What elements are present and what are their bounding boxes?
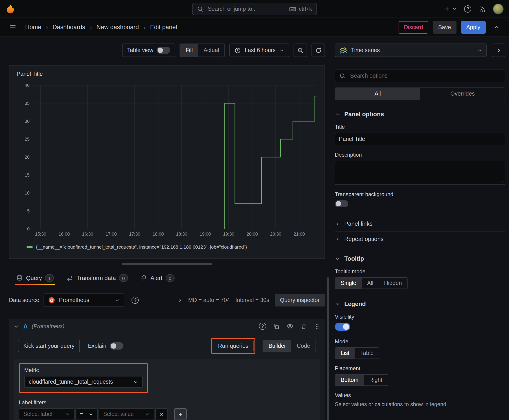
builder-code-toggle: Builder Code — [263, 340, 316, 352]
options-search-input[interactable] — [349, 72, 501, 79]
scrollbar-thumb[interactable] — [327, 277, 329, 420]
datasource-label: Data source — [9, 297, 39, 303]
apply-button[interactable]: Apply — [461, 21, 486, 33]
explain-toggle[interactable] — [110, 342, 123, 350]
breadcrumb-new-dashboard[interactable]: New dashboard — [97, 24, 139, 30]
builder-mode-option[interactable]: Builder — [263, 340, 291, 352]
query-toolbar: Kick start your query Explain Run querie… — [9, 334, 325, 358]
chevron-down-icon — [133, 379, 138, 384]
explain-label: Explain — [88, 343, 106, 349]
series-label: {__name__="cloudflared_tunnel_total_requ… — [36, 244, 247, 249]
chevron-right-icon — [496, 47, 501, 53]
fill-option[interactable]: Fill — [180, 44, 198, 57]
all-options-tab[interactable]: All — [335, 88, 420, 100]
visualization-picker[interactable]: Time series — [335, 44, 486, 57]
code-mode-option[interactable]: Code — [291, 340, 316, 352]
options-filter-tabs: All Overrides — [335, 88, 505, 100]
chevron-right-icon — [335, 236, 340, 241]
transparent-background-toggle[interactable] — [335, 200, 348, 207]
news-button[interactable] — [479, 5, 486, 12]
tooltip-hidden-option[interactable]: Hidden — [379, 278, 407, 289]
legend-placement-right-option[interactable]: Right — [364, 375, 387, 385]
tab-alert[interactable]: Alert 0 — [140, 270, 175, 285]
query-help-icon[interactable]: ? — [259, 323, 266, 330]
user-avatar[interactable] — [493, 3, 504, 14]
refresh-icon — [315, 47, 322, 54]
save-button[interactable]: Save — [433, 21, 456, 33]
panel-links-section[interactable]: Panel links — [335, 216, 505, 231]
time-range-picker[interactable]: Last 6 hours — [229, 44, 289, 57]
tooltip-single-option[interactable]: Single — [335, 278, 362, 289]
panel-title[interactable]: Panel Title — [15, 69, 319, 79]
panel-description-input[interactable] — [335, 161, 505, 185]
global-search-input[interactable] — [207, 5, 285, 12]
datasource-picker[interactable]: Prometheus — [44, 293, 125, 307]
query-inspector-button[interactable]: Query inspector — [275, 294, 325, 307]
svg-text:20: 20 — [25, 155, 30, 159]
breadcrumb-dashboards[interactable]: Dashboards — [53, 24, 85, 30]
discard-button[interactable]: Discard — [399, 21, 428, 33]
help-button[interactable]: ? — [464, 5, 471, 12]
legend-mode-list-option[interactable]: List — [335, 348, 355, 359]
panel-title-input[interactable] — [335, 133, 505, 145]
breadcrumb-home[interactable]: Home — [25, 24, 41, 30]
pane-resize-handle[interactable] — [122, 263, 212, 265]
toggle-visibility-icon[interactable] — [286, 323, 294, 330]
query-row-header[interactable]: A (Prometheus) ? — [9, 319, 325, 334]
query-ref-id[interactable]: A — [23, 323, 28, 330]
legend-placement-bottom-option[interactable]: Bottom — [335, 375, 364, 385]
chart-legend-item[interactable]: {__name__="cloudflared_tunnel_total_requ… — [26, 244, 319, 249]
remove-filter-button[interactable]: × — [155, 408, 168, 420]
collapse-query-icon[interactable] — [14, 323, 19, 329]
query-editor-card: A (Prometheus) ? Kick start your query E… — [9, 319, 325, 420]
add-filter-button[interactable]: + — [174, 408, 187, 420]
metric-section-highlight: Metric cloudflared_tunnel_total_requests — [19, 363, 148, 393]
filter-label-select[interactable]: Select label — [19, 408, 75, 420]
repeat-options-section[interactable]: Repeat options — [335, 231, 505, 246]
svg-text:19:30: 19:30 — [223, 232, 234, 236]
duplicate-query-icon[interactable] — [273, 323, 280, 330]
panel-options-section-header[interactable]: Panel options — [335, 111, 505, 118]
grafana-logo[interactable] — [5, 4, 15, 14]
tooltip-all-option[interactable]: All — [362, 278, 379, 289]
collapse-options-button[interactable] — [492, 44, 505, 57]
overrides-tab[interactable]: Overrides — [420, 88, 505, 100]
keyboard-icon — [289, 5, 296, 12]
tab-query[interactable]: Query 1 — [15, 270, 55, 285]
max-data-points-summary: MD = auto = 704 — [188, 297, 230, 303]
zoom-out-button[interactable] — [294, 44, 307, 57]
delete-query-icon[interactable] — [300, 323, 307, 330]
kick-start-button[interactable]: Kick start your query — [18, 340, 80, 352]
table-view-control: Table view — [122, 44, 175, 57]
collapse-header-button[interactable] — [490, 21, 503, 33]
query-options-expand-icon[interactable] — [177, 298, 183, 303]
options-search[interactable] — [335, 69, 505, 82]
tab-transform-data[interactable]: Transform data 0 — [66, 270, 129, 285]
actual-option[interactable]: Actual — [198, 44, 225, 57]
filter-value-select[interactable]: Select value — [99, 408, 154, 420]
table-view-toggle[interactable] — [157, 47, 170, 54]
run-queries-highlight: Run queries — [211, 338, 256, 354]
svg-text:18:00: 18:00 — [153, 232, 164, 236]
mega-menu-toggle[interactable] — [6, 21, 19, 33]
chevron-down-icon — [452, 6, 457, 11]
run-queries-button[interactable]: Run queries — [213, 340, 254, 352]
svg-text:15:30: 15:30 — [35, 232, 46, 236]
add-menu-button[interactable] — [443, 5, 457, 12]
metric-select[interactable]: cloudflared_tunnel_total_requests — [24, 376, 143, 388]
page-toolbar: Home › Dashboards › New dashboard › Edit… — [0, 18, 509, 37]
timeseries-chart[interactable]: 15:3016:0016:3017:0017:3018:0018:3019:00… — [15, 81, 319, 241]
tooltip-section-header[interactable]: Tooltip — [335, 255, 505, 262]
datasource-help-button[interactable]: ? — [129, 294, 142, 307]
label-filters-label: Label filters — [19, 399, 315, 406]
legend-section-header[interactable]: Legend — [335, 301, 505, 307]
label-filter-row: Select label = Select value × + — [19, 408, 315, 420]
chevron-down-icon — [115, 298, 120, 303]
drag-handle-icon[interactable] — [314, 323, 320, 330]
refresh-button[interactable] — [311, 44, 325, 57]
legend-mode-table-option[interactable]: Table — [355, 348, 379, 359]
plus-icon: + — [179, 411, 182, 418]
filter-operator-select[interactable]: = — [76, 408, 98, 420]
legend-visibility-toggle[interactable] — [335, 323, 350, 331]
global-search[interactable]: ctrl+k — [192, 2, 317, 15]
